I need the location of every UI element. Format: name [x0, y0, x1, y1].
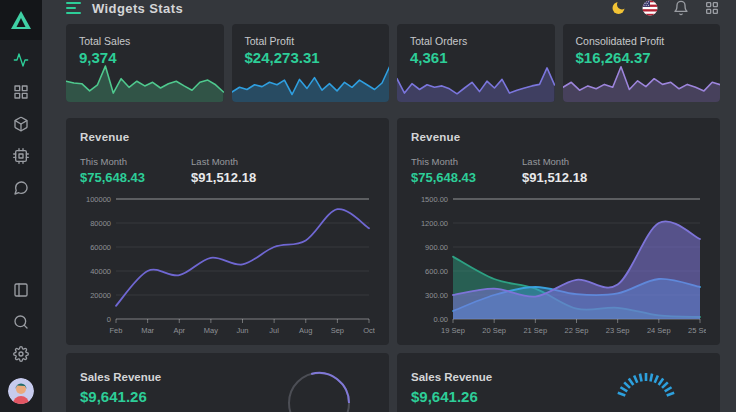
- settings-gear-icon[interactable]: [13, 346, 29, 362]
- svg-text:19 Sep: 19 Sep: [441, 326, 465, 335]
- app-logo[interactable]: [0, 0, 42, 40]
- svg-text:600.00: 600.00: [425, 267, 448, 276]
- sparkline-total-orders: [397, 62, 555, 102]
- last-month-stat: Last Month $91,512.18: [191, 156, 256, 185]
- us-flag-icon[interactable]: [642, 0, 658, 16]
- svg-text:Feb: Feb: [110, 326, 123, 335]
- user-avatar[interactable]: [8, 378, 34, 404]
- sidebar: [0, 0, 42, 412]
- svg-text:40000: 40000: [90, 267, 111, 276]
- svg-text:20 Sep: 20 Sep: [482, 326, 506, 335]
- moon-icon[interactable]: [611, 0, 627, 16]
- svg-text:Jun: Jun: [236, 326, 248, 335]
- topbar-icons: [611, 0, 720, 16]
- sales-revenue-card-1: Sales Revenue $9,641.26: [66, 353, 389, 412]
- svg-text:60000: 60000: [90, 243, 111, 252]
- svg-text:Oct: Oct: [363, 326, 375, 335]
- apps-grid-icon[interactable]: [704, 0, 720, 16]
- stat-card-row: Total Sales 9,374 Total Profit $24,273.3…: [66, 24, 720, 102]
- svg-text:Apr: Apr: [173, 326, 185, 335]
- sparkline-consolidated-profit: [563, 62, 721, 102]
- svg-text:1200.00: 1200.00: [421, 219, 448, 228]
- svg-text:May: May: [204, 326, 218, 335]
- triangle-logo-icon: [10, 10, 32, 30]
- sparkline-total-profit: [232, 62, 390, 102]
- svg-text:21 Sep: 21 Sep: [523, 326, 547, 335]
- card-total-orders[interactable]: Total Orders 4,361: [397, 24, 555, 102]
- card-consolidated-profit[interactable]: Consolidated Profit $16,264.37: [563, 24, 721, 102]
- stat-sublabel: Last Month: [522, 156, 587, 167]
- card-total-profit[interactable]: Total Profit $24,273.31: [232, 24, 390, 102]
- sales-revenue-card-2: Sales Revenue $9,641.26: [397, 353, 720, 412]
- stat-label: Consolidated Profit: [563, 24, 721, 47]
- svg-text:22 Sep: 22 Sep: [565, 326, 589, 335]
- svg-text:Sep: Sep: [331, 326, 344, 335]
- card-title: Revenue: [80, 131, 375, 143]
- content: Total Sales 9,374 Total Profit $24,273.3…: [42, 16, 736, 412]
- page-title: Widgets Stats: [92, 1, 183, 16]
- svg-text:1500.00: 1500.00: [421, 195, 448, 204]
- revenue-card-daily: Revenue This Month $75,648.43 Last Month…: [397, 118, 720, 345]
- svg-text:Aug: Aug: [299, 326, 312, 335]
- tick-gauge-chart: [598, 353, 694, 412]
- search-icon[interactable]: [13, 314, 29, 330]
- svg-text:Jul: Jul: [269, 326, 279, 335]
- box-icon[interactable]: [13, 116, 29, 132]
- sidebar-nav-bottom: [8, 270, 34, 412]
- card-title: Revenue: [411, 131, 706, 143]
- menu-toggle-icon[interactable]: [66, 2, 82, 14]
- stat-sublabel: This Month: [411, 156, 476, 167]
- stat-amount: $75,648.43: [411, 170, 476, 185]
- svg-text:0.00: 0.00: [433, 315, 448, 324]
- svg-text:80000: 80000: [90, 219, 111, 228]
- bell-icon[interactable]: [673, 0, 689, 16]
- bottom-row: Sales Revenue $9,641.26 Sales Revenue $9…: [66, 353, 720, 412]
- revenue-area-chart: 0.00300.00600.00900.001200.001500.0019 S…: [411, 193, 706, 345]
- svg-text:23 Sep: 23 Sep: [606, 326, 630, 335]
- app-window: Widgets Stats: [0, 0, 736, 412]
- svg-text:25 Sep: 25 Sep: [688, 326, 706, 335]
- revenue-row: Revenue This Month $75,648.43 Last Month…: [66, 118, 720, 345]
- cpu-icon[interactable]: [13, 148, 29, 164]
- avatar-image: [8, 378, 34, 404]
- ring-gauge-chart: [267, 353, 363, 412]
- svg-text:300.00: 300.00: [425, 291, 448, 300]
- svg-text:20000: 20000: [90, 291, 111, 300]
- svg-text:0: 0: [107, 315, 111, 324]
- stat-amount: $75,648.43: [80, 170, 145, 185]
- svg-text:Mar: Mar: [141, 326, 154, 335]
- sidebar-nav-top: [13, 40, 29, 196]
- layout-panel-icon[interactable]: [13, 282, 29, 298]
- svg-text:900.00: 900.00: [425, 243, 448, 252]
- top-bar: Widgets Stats: [42, 0, 736, 16]
- this-month-stat: This Month $75,648.43: [80, 156, 145, 185]
- revenue-card-monthly: Revenue This Month $75,648.43 Last Month…: [66, 118, 389, 345]
- stat-label: Total Sales: [66, 24, 224, 47]
- sparkline-total-sales: [66, 62, 224, 102]
- stat-label: Total Orders: [397, 24, 555, 47]
- dashboard-grid-icon[interactable]: [13, 84, 29, 100]
- svg-text:100000: 100000: [86, 195, 111, 204]
- card-total-sales[interactable]: Total Sales 9,374: [66, 24, 224, 102]
- stat-sublabel: Last Month: [191, 156, 256, 167]
- stat-label: Total Profit: [232, 24, 390, 47]
- chat-icon[interactable]: [13, 180, 29, 196]
- stat-sublabel: This Month: [80, 156, 145, 167]
- svg-text:24 Sep: 24 Sep: [647, 326, 671, 335]
- activity-icon[interactable]: [13, 52, 29, 68]
- stat-amount: $91,512.18: [191, 170, 256, 185]
- last-month-stat: Last Month $91,512.18: [522, 156, 587, 185]
- revenue-line-chart: 020000400006000080000100000FebMarAprMayJ…: [80, 193, 375, 345]
- stat-amount: $91,512.18: [522, 170, 587, 185]
- main-area: Widgets Stats: [42, 0, 736, 412]
- this-month-stat: This Month $75,648.43: [411, 156, 476, 185]
